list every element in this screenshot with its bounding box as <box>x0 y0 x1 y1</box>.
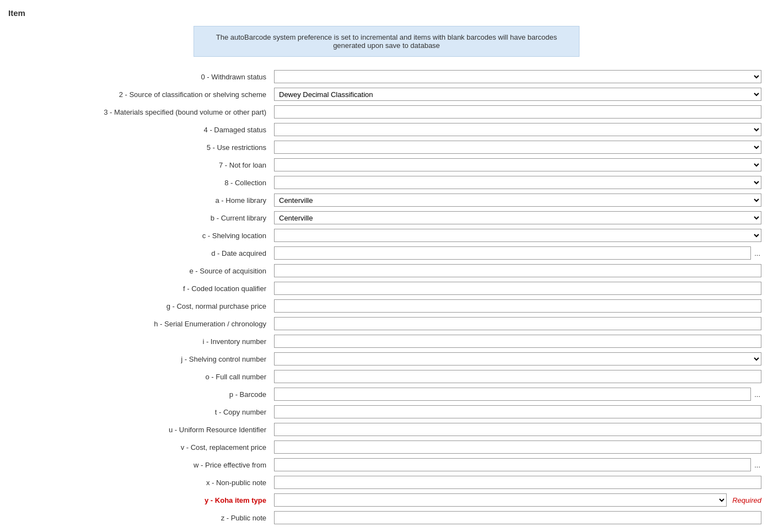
form-row: g - Cost, normal purchase price <box>8 297 765 315</box>
item-form: 0 - Withdrawn status2 - Source of classi… <box>8 68 765 526</box>
field-input-cell: Required <box>271 491 765 509</box>
field-label: 0 - Withdrawn status <box>8 68 271 85</box>
damaged_status-select[interactable] <box>274 123 761 136</box>
form-row: 7 - Not for loan <box>8 156 765 174</box>
field-label: v - Cost, replacement price <box>8 438 271 456</box>
form-row: c - Shelving location <box>8 227 765 244</box>
field-input-cell <box>271 280 765 297</box>
field-label: a - Home library <box>8 191 271 209</box>
price_effective_from-input[interactable] <box>274 458 751 471</box>
withdrawn-select[interactable] <box>274 70 761 83</box>
form-row: p - Barcode... <box>8 385 765 403</box>
form-row: t - Copy number <box>8 403 765 421</box>
not_for_loan-select[interactable] <box>274 158 761 171</box>
field-label: z - Public note <box>8 509 271 526</box>
field-label: h - Serial Enumeration / chronology <box>8 315 271 332</box>
field-input-cell: ... <box>271 456 765 474</box>
field-input-cell: Dewey Decimal ClassificationLibrary of C… <box>271 85 765 103</box>
collection-select[interactable] <box>274 176 761 189</box>
field-label: b - Current library <box>8 209 271 227</box>
uri-input[interactable] <box>274 423 761 436</box>
date_acquired-ellipsis-button[interactable]: ... <box>753 249 761 257</box>
form-row: 5 - Use restrictions <box>8 138 765 156</box>
field-input-cell <box>271 509 765 526</box>
field-label: c - Shelving location <box>8 227 271 244</box>
form-row: d - Date acquired... <box>8 244 765 262</box>
field-label: j - Shelving control number <box>8 350 271 368</box>
field-input-cell <box>271 315 765 332</box>
materials_specified-input[interactable] <box>274 105 761 119</box>
serial_enumeration-input[interactable] <box>274 317 761 330</box>
field-label: u - Uniform Resource Identifier <box>8 421 271 438</box>
field-label: 2 - Source of classification or shelving… <box>8 85 271 103</box>
field-label: g - Cost, normal purchase price <box>8 297 271 315</box>
field-label: o - Full call number <box>8 368 271 385</box>
field-input-cell <box>271 332 765 350</box>
use_restrictions-select[interactable] <box>274 141 761 154</box>
field-label: i - Inventory number <box>8 332 271 350</box>
source_acquisition-input[interactable] <box>274 264 761 277</box>
coded_location-input[interactable] <box>274 282 761 295</box>
shelving_control-select[interactable] <box>274 352 761 366</box>
field-label: x - Non-public note <box>8 474 271 491</box>
home_library-select[interactable]: Centerville <box>274 194 761 207</box>
field-input-cell: Centerville <box>271 191 765 209</box>
field-input-cell <box>271 421 765 438</box>
field-label: 5 - Use restrictions <box>8 138 271 156</box>
form-row: 4 - Damaged status <box>8 121 765 138</box>
form-row: z - Public note <box>8 509 765 526</box>
inventory_number-input[interactable] <box>274 335 761 348</box>
field-input-cell <box>271 121 765 138</box>
form-row: a - Home libraryCenterville <box>8 191 765 209</box>
field-label: 8 - Collection <box>8 174 271 191</box>
field-input-cell <box>271 438 765 456</box>
form-row: o - Full call number <box>8 368 765 385</box>
cost_normal-input[interactable] <box>274 299 761 313</box>
form-row: 8 - Collection <box>8 174 765 191</box>
field-label: f - Coded location qualifier <box>8 280 271 297</box>
field-input-cell <box>271 262 765 280</box>
barcode-input[interactable] <box>274 388 751 401</box>
form-row: j - Shelving control number <box>8 350 765 368</box>
current_library-select[interactable]: Centerville <box>274 211 761 224</box>
copy_number-input[interactable] <box>274 405 761 418</box>
form-row: e - Source of acquisition <box>8 262 765 280</box>
price_effective_from-ellipsis-button[interactable]: ... <box>753 461 761 469</box>
field-input-cell <box>271 368 765 385</box>
form-row: h - Serial Enumeration / chronology <box>8 315 765 332</box>
form-row: 2 - Source of classification or shelving… <box>8 85 765 103</box>
field-input-cell: ... <box>271 385 765 403</box>
field-label: w - Price effective from <box>8 456 271 474</box>
full_call_number-input[interactable] <box>274 370 761 383</box>
form-row: i - Inventory number <box>8 332 765 350</box>
field-label: e - Source of acquisition <box>8 262 271 280</box>
field-label: p - Barcode <box>8 385 271 403</box>
barcode-ellipsis-button[interactable]: ... <box>753 390 761 399</box>
non_public_note-input[interactable] <box>274 476 761 489</box>
field-label: 4 - Damaged status <box>8 121 271 138</box>
koha_item_type-select[interactable] <box>274 493 727 507</box>
field-input-cell <box>271 174 765 191</box>
page-title: Item <box>8 8 765 18</box>
field-label: 7 - Not for loan <box>8 156 271 174</box>
classification_scheme-select[interactable]: Dewey Decimal ClassificationLibrary of C… <box>274 88 761 101</box>
cost_replacement-input[interactable] <box>274 440 761 454</box>
form-row: u - Uniform Resource Identifier <box>8 421 765 438</box>
field-input-cell: ... <box>271 244 765 262</box>
field-label: y - Koha item type <box>8 491 271 509</box>
field-input-cell <box>271 227 765 244</box>
field-input-cell <box>271 68 765 85</box>
field-label: d - Date acquired <box>8 244 271 262</box>
form-row: v - Cost, replacement price <box>8 438 765 456</box>
field-input-cell <box>271 297 765 315</box>
field-label: t - Copy number <box>8 403 271 421</box>
form-row: w - Price effective from... <box>8 456 765 474</box>
field-input-cell <box>271 474 765 491</box>
date_acquired-input[interactable] <box>274 246 751 260</box>
public_note-input[interactable] <box>274 511 761 524</box>
form-row: x - Non-public note <box>8 474 765 491</box>
shelving_location-select[interactable] <box>274 229 761 242</box>
form-row: 0 - Withdrawn status <box>8 68 765 85</box>
field-input-cell <box>271 138 765 156</box>
form-row: 3 - Materials specified (bound volume or… <box>8 103 765 121</box>
